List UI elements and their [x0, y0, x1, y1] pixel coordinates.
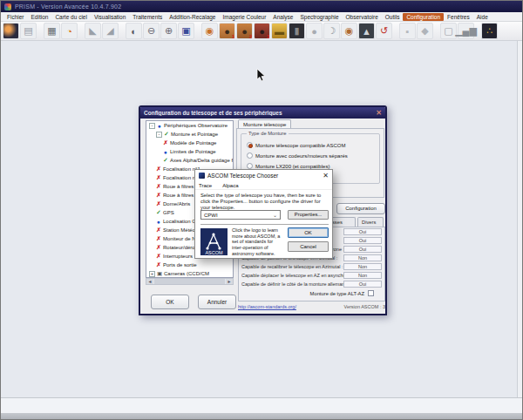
close-icon[interactable]: ✕: [376, 109, 382, 117]
menu-item-visualisation[interactable]: Visualisation: [91, 13, 129, 21]
menu-item-spectrographie[interactable]: Spectrographie: [296, 13, 342, 21]
close-icon[interactable]: ✕: [323, 172, 329, 180]
scrollbar-thumb[interactable]: [154, 279, 225, 284]
properties-button[interactable]: Properties...: [288, 210, 329, 220]
scroll-left-icon[interactable]: ◄: [146, 279, 153, 284]
radio-label: Monture télescope compatible ASCOM: [255, 143, 345, 148]
menu-bar: FichierEditionCarte du cielVisualisation…: [1, 12, 523, 22]
driver-select[interactable]: CPWI ⌄: [200, 210, 281, 220]
filter-wheel-icon[interactable]: ◉: [341, 23, 357, 39]
focus-drop-icon[interactable]: ●: [306, 23, 323, 39]
camera-1-icon[interactable]: ●1: [219, 23, 235, 39]
contrast-icon[interactable]: ◐: [126, 23, 142, 39]
display-icon[interactable]: ▣: [178, 23, 194, 39]
menu-item-configuration[interactable]: Configuration: [403, 13, 444, 21]
camera-number-badge: 2: [249, 34, 252, 39]
menu-item-addition-recalage[interactable]: Addition-Recalage: [166, 13, 219, 21]
chooser-titlebar[interactable]: ASCOM Telescope Chooser ✕: [195, 170, 332, 181]
altaz-row: Monture de type ALT-AZ: [239, 288, 384, 298]
radio-monture-t-lescope-compatible-a[interactable]: Monture télescope compatible ASCOM: [247, 140, 379, 150]
tree-item-p-riph-riques-observatoire[interactable]: -●Périphériques Observatoire: [146, 121, 233, 130]
abort-icon[interactable]: ↺: [376, 23, 392, 39]
stats-icon[interactable]: ▁▄▆: [458, 23, 474, 39]
moon-icon[interactable]: ☽: [323, 23, 340, 39]
menu-item-aide[interactable]: Aide: [473, 13, 492, 21]
tree-item-label: Axes Alpha/Delta guidage fin: [170, 158, 234, 163]
tab-divers[interactable]: Divers: [357, 217, 384, 227]
menu-item-carte-du-ciel[interactable]: Carte du ciel: [51, 13, 91, 21]
capability-value: Oui: [343, 281, 382, 288]
zoom-in-icon[interactable]: ⊕: [160, 23, 177, 39]
planet-icon[interactable]: [3, 23, 19, 39]
tree-item-label: Dome/Abris: [163, 201, 190, 207]
tree-horizontal-scrollbar[interactable]: ◄ ►: [146, 278, 234, 285]
zoom-out-icon[interactable]: ⊖: [143, 23, 160, 39]
capability-row: Capable de recalibrer le télescope en Az…: [239, 262, 384, 271]
camera-number-badge: 1: [232, 34, 234, 39]
configuration-button[interactable]: Configuration: [336, 203, 385, 214]
tree-item-monture-et-pointage[interactable]: -✓Monture et Pointage: [146, 130, 233, 139]
cross-icon: ✗: [155, 183, 162, 190]
dark-camera-icon[interactable]: ▮: [289, 23, 305, 39]
menu-item-outils[interactable]: Outils: [382, 13, 404, 21]
camera-3-icon[interactable]: ●3: [254, 23, 270, 39]
mirror-vertical-icon[interactable]: ◣: [85, 23, 101, 39]
status-bar: [1, 397, 523, 413]
dome-icon[interactable]: ◉: [201, 23, 218, 39]
radio-dot-icon[interactable]: [247, 152, 253, 159]
tree-item-mod-le-de-pointage[interactable]: ✗Modèle de Pointage: [146, 139, 233, 147]
radio-monture-avec-codeurs-moteurs-s[interactable]: Monture avec codeurs/moteurs séparés: [247, 151, 379, 160]
mirror-horizontal-icon[interactable]: ◢: [102, 23, 119, 39]
save-icon[interactable]: ▤: [20, 23, 37, 39]
clock-icon[interactable]: ◔: [61, 23, 78, 39]
radio-dot-icon[interactable]: [247, 163, 253, 169]
chooser-title: ASCOM Telescope Chooser: [207, 173, 323, 179]
radio-dot-icon[interactable]: [247, 142, 253, 148]
menu-item-traitements[interactable]: Traitements: [129, 13, 166, 21]
config-dialog-titlebar[interactable]: Configuration du télescope et de ses pér…: [140, 107, 385, 119]
tree-item-ports-de-sortie[interactable]: ✗Ports de sortie: [146, 261, 233, 269]
planetarium-icon[interactable]: ∴: [481, 23, 498, 39]
tree-item-axes-alpha-delta-guidage-fin[interactable]: ✓Axes Alpha/Delta guidage fin: [146, 156, 233, 165]
ascom-chooser-dialog: ASCOM Telescope Chooser ✕ Trace Alpaca S…: [194, 169, 333, 259]
map-icon[interactable]: ◆: [417, 23, 433, 39]
menu-item-observatoire[interactable]: Observatoire: [343, 13, 382, 21]
menu-item-fen-tres[interactable]: Fenêtres: [444, 13, 473, 21]
camera-2-icon[interactable]: ●2: [236, 23, 253, 39]
capability-label: Capable de recalibrer le télescope en Az…: [241, 264, 343, 269]
image-mountain-icon[interactable]: ▲: [358, 23, 375, 39]
ascom-standards-link[interactable]: http://ascom-standards.org/: [238, 304, 296, 309]
window-bottom-edge[interactable]: [1, 413, 523, 420]
globe-icon: ●: [156, 123, 163, 129]
tree-expander-icon[interactable]: -: [156, 132, 162, 138]
menu-item-edition[interactable]: Edition: [28, 13, 52, 21]
tree-item-label: Périphériques Observatoire: [164, 123, 228, 128]
tree-item-label: Localisation G: [163, 219, 196, 224]
tree-item-label: Modèle de Pointage: [170, 140, 216, 146]
image-stack-icon[interactable]: ▦: [44, 23, 60, 39]
tree-item-cameras-ccd-cm[interactable]: +▣Cameras (CCD/CM: [146, 269, 233, 278]
motor-icon[interactable]: ▬: [271, 23, 288, 39]
scroll-right-icon[interactable]: ►: [226, 279, 233, 284]
menu-alpaca[interactable]: Alpaca: [222, 183, 238, 188]
right-edge-strip: [518, 41, 523, 397]
chooser-ok-button[interactable]: OK: [288, 227, 329, 238]
altaz-checkbox[interactable]: [368, 290, 374, 296]
globe-icon: ●: [162, 149, 169, 155]
menu-trace[interactable]: Trace: [199, 183, 212, 188]
menu-item-analyse[interactable]: Analyse: [269, 13, 296, 21]
tree-item-limites-de-pointage[interactable]: ●Limites de Pointage: [146, 147, 233, 156]
chooser-cancel-button[interactable]: Cancel: [288, 241, 329, 252]
right-edge-divider: [517, 41, 518, 397]
ascom-logo[interactable]: ASCOM: [200, 228, 228, 255]
radio-label: Monture avec codeurs/moteurs séparés: [255, 153, 348, 159]
dash-icon[interactable]: ▪: [399, 23, 416, 39]
tree-expander-icon[interactable]: +: [149, 271, 155, 277]
menu-item-imagerie-couleur[interactable]: Imagerie Couleur: [219, 13, 269, 21]
window-titlebar[interactable]: PRISM - Version Avancée 10.4.7.902: [1, 1, 523, 12]
menu-item-fichier[interactable]: Fichier: [3, 13, 28, 21]
tree-expander-icon[interactable]: -: [149, 123, 155, 129]
cancel-button[interactable]: Annuler: [198, 295, 236, 309]
ok-button[interactable]: OK: [151, 295, 189, 309]
radio-label: Monture LX200 (et compatibles): [255, 164, 329, 169]
